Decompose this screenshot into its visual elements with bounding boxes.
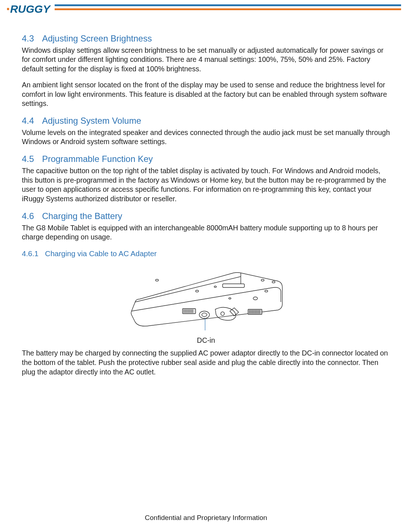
section-4-6: 4.6Charging the Battery The G8 Mobile Ta… <box>22 210 390 377</box>
svg-point-0 <box>156 279 158 281</box>
section-4-4: 4.4Adjusting System Volume Volume levels… <box>22 115 390 147</box>
page: •RUGGY 4.3Adjusting Screen Brightness Wi… <box>0 0 412 532</box>
figure-dc-in: DC-in <box>22 266 390 345</box>
heading-number: 4.4 <box>22 116 34 126</box>
rule-orange <box>55 8 401 10</box>
svg-rect-9 <box>183 309 196 314</box>
heading-4-4: 4.4Adjusting System Volume <box>22 115 390 127</box>
header: •RUGGY <box>0 0 412 15</box>
svg-point-17 <box>199 311 209 318</box>
rule-blue <box>55 4 401 6</box>
svg-point-4 <box>261 279 264 281</box>
heading-4-6: 4.6Charging the Battery <box>22 210 390 222</box>
svg-point-7 <box>229 298 231 299</box>
paragraph: An ambient light sensor located on the f… <box>22 80 390 108</box>
heading-number: 4.6 <box>22 211 34 221</box>
logo: •RUGGY <box>7 3 50 15</box>
heading-4-3: 4.3Adjusting Screen Brightness <box>22 33 390 44</box>
svg-point-8 <box>253 297 258 300</box>
tablet-dc-in-icon <box>121 266 292 335</box>
paragraph: The battery may be charged by connecting… <box>22 349 390 377</box>
svg-point-1 <box>196 290 199 292</box>
svg-rect-3 <box>223 284 244 287</box>
section-4-5: 4.5Programmable Function Key The capacit… <box>22 153 390 204</box>
heading-4-6-1: 4.6.1Charging via Cable to AC Adapter <box>22 249 390 258</box>
heading-title: Programmable Function Key <box>42 154 153 164</box>
svg-point-2 <box>214 286 216 287</box>
heading-4-5: 4.5Programmable Function Key <box>22 153 390 165</box>
heading-number: 4.6.1 <box>22 249 39 258</box>
svg-point-5 <box>272 281 275 283</box>
heading-title: Charging via Cable to AC Adapter <box>45 249 157 258</box>
svg-point-19 <box>221 312 224 315</box>
heading-number: 4.3 <box>22 33 34 43</box>
header-rules <box>55 4 401 10</box>
logo-text: RUGGY <box>10 4 50 15</box>
content: 4.3Adjusting Screen Brightness Windows d… <box>0 15 412 377</box>
paragraph: The G8 Mobile Tablet is equipped with an… <box>22 223 390 242</box>
section-4-3: 4.3Adjusting Screen Brightness Windows d… <box>22 33 390 108</box>
footer: Confidential and Proprietary Information <box>0 514 412 522</box>
figure-label: DC-in <box>22 336 390 345</box>
heading-title: Adjusting System Volume <box>42 116 141 126</box>
svg-point-18 <box>202 313 207 317</box>
heading-number: 4.5 <box>22 154 34 164</box>
paragraph: The capacitive button on the top right o… <box>22 166 390 204</box>
heading-title: Adjusting Screen Brightness <box>42 33 152 43</box>
svg-point-6 <box>265 290 268 292</box>
paragraph: Windows display settings allow screen br… <box>22 46 390 74</box>
heading-title: Charging the Battery <box>42 211 122 221</box>
logo-dot-icon: • <box>7 5 9 13</box>
paragraph: Volume levels on the integrated speaker … <box>22 128 390 147</box>
